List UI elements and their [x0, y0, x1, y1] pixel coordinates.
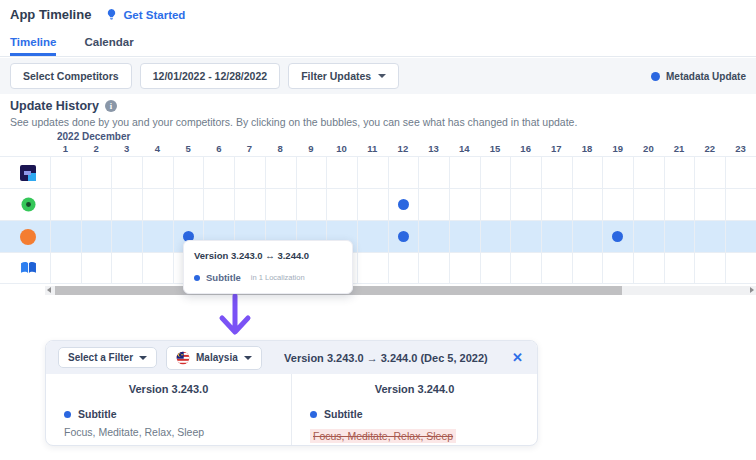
- grid-cell: [50, 221, 81, 252]
- tooltip-row: Subtitle in 1 Localization: [194, 272, 342, 283]
- grid-cell: [572, 221, 603, 252]
- day-label: 10: [326, 143, 357, 154]
- date-range-input[interactable]: 12/01/2022 - 12/28/2022: [140, 63, 280, 89]
- day-label: 9: [296, 143, 327, 154]
- grid-cell: [633, 189, 664, 220]
- day-label: 15: [480, 143, 511, 154]
- grid-cell: [664, 253, 695, 283]
- grid-cell: [296, 157, 327, 188]
- grid-cell: [50, 189, 81, 220]
- grid-cell: [694, 221, 725, 252]
- update-tooltip: Version 3.243.0 ↔ 3.244.0 Subtitle in 1 …: [183, 240, 353, 294]
- tooltip-field: Subtitle: [206, 272, 241, 283]
- grid-cell: [449, 221, 480, 252]
- day-header: 1234567891011121314151617181920212223: [50, 143, 756, 154]
- grid-cell: [725, 157, 756, 188]
- toolbar: Select Competitors 12/01/2022 - 12/28/20…: [0, 58, 756, 94]
- grid-cell: [664, 221, 695, 252]
- grid-cell: [602, 157, 633, 188]
- day-label: 4: [142, 143, 173, 154]
- grid-cell: [418, 221, 449, 252]
- field-value: Focus, Meditate, Relax, Sleep: [64, 426, 273, 438]
- grid-cell: [694, 253, 725, 283]
- day-label: 12: [388, 143, 419, 154]
- horizontal-scrollbar[interactable]: [45, 286, 756, 295]
- close-icon[interactable]: ✕: [510, 350, 525, 365]
- get-started-label: Get Started: [123, 9, 185, 21]
- field-dot-icon: [64, 411, 71, 418]
- grid-cell: [694, 157, 725, 188]
- legend-dot-icon: [651, 72, 660, 81]
- tooltip-dot-icon: [194, 275, 200, 281]
- grid-cell: [418, 253, 449, 283]
- country-label: Malaysia: [196, 352, 238, 363]
- grid-cell: [510, 221, 541, 252]
- chevron-down-icon: [378, 74, 386, 78]
- green-app-icon[interactable]: [17, 194, 39, 216]
- version-title: Version 3.244.0: [310, 383, 519, 395]
- timeline-row: [0, 220, 756, 252]
- grid-cell: [602, 189, 633, 220]
- day-label: 22: [694, 143, 725, 154]
- timeline: 2022 December 12345678910111213141516171…: [0, 128, 756, 298]
- day-label: 21: [664, 143, 695, 154]
- tab-calendar[interactable]: Calendar: [84, 31, 133, 56]
- page-title: App Timeline: [10, 7, 91, 22]
- grid-cell: [541, 221, 572, 252]
- field-row: Subtitle: [64, 408, 273, 420]
- legend-label: Metadata Update: [666, 71, 746, 82]
- grid-cell: [449, 189, 480, 220]
- grid-cell: [173, 189, 204, 220]
- update-bubble[interactable]: [398, 199, 409, 210]
- update-bubble[interactable]: [612, 231, 623, 242]
- info-icon[interactable]: [105, 100, 117, 112]
- grid-cell: [81, 221, 112, 252]
- tab-timeline[interactable]: Timeline: [10, 31, 56, 56]
- day-label: 20: [633, 143, 664, 154]
- select-filter-dropdown[interactable]: Select a Filter: [58, 347, 157, 368]
- page-header: App Timeline Get Started: [10, 7, 185, 22]
- grid-cell: [541, 189, 572, 220]
- grid-cell: [50, 253, 81, 283]
- grid-cell: [694, 189, 725, 220]
- sleep-app-icon[interactable]: [17, 162, 39, 184]
- update-history-heading: Update History: [10, 99, 117, 113]
- country-dropdown[interactable]: Malaysia: [166, 346, 262, 370]
- grid-cell: [50, 157, 81, 188]
- scroll-left-icon[interactable]: [47, 287, 51, 293]
- timeline-row: [0, 188, 756, 220]
- update-bubble[interactable]: [398, 231, 409, 242]
- chevron-down-icon: [244, 356, 252, 360]
- day-label: 2: [81, 143, 112, 154]
- panel-header: Select a Filter: [46, 341, 537, 374]
- book-app-icon[interactable]: [17, 257, 39, 279]
- grid-cell: [480, 221, 511, 252]
- grid-cell: [510, 157, 541, 188]
- get-started-link[interactable]: Get Started: [105, 8, 185, 21]
- grid-cell: [357, 221, 388, 252]
- row-cells: [50, 253, 756, 283]
- select-competitors-button[interactable]: Select Competitors: [10, 63, 132, 89]
- grid-cell: [111, 253, 142, 283]
- tab-bar: Timeline Calendar: [0, 31, 756, 57]
- chevron-down-icon: [139, 356, 147, 360]
- down-arrow-icon: [212, 293, 258, 341]
- tooltip-title: Version 3.243.0 ↔ 3.244.0: [194, 250, 342, 261]
- grid-cell: [265, 157, 296, 188]
- headspace-app-icon[interactable]: [17, 226, 39, 248]
- grid-cell: [203, 157, 234, 188]
- grid-cell: [81, 253, 112, 283]
- grid-cell: [265, 189, 296, 220]
- grid-cell: [725, 221, 756, 252]
- day-label: 3: [111, 143, 142, 154]
- scroll-right-icon[interactable]: [750, 287, 754, 293]
- malaysia-flag-icon: [176, 351, 190, 365]
- grid-cell: [572, 253, 603, 283]
- grid-cell: [81, 189, 112, 220]
- grid-cell: [633, 221, 664, 252]
- grid-cell: [111, 221, 142, 252]
- filter-updates-dropdown[interactable]: Filter Updates: [288, 63, 399, 89]
- timeline-grid: [0, 156, 756, 284]
- day-label: 11: [357, 143, 388, 154]
- grid-cell: [142, 253, 173, 283]
